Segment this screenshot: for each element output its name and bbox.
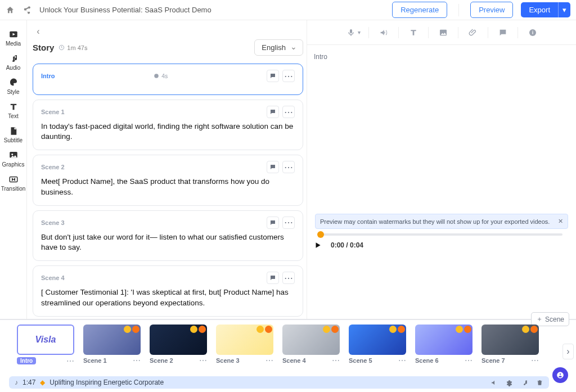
rail-item-media[interactable]: Media xyxy=(0,26,26,50)
music-duration: 1:47 xyxy=(22,379,35,386)
text-overlay-button[interactable] xyxy=(403,25,424,40)
export-dropdown-caret[interactable]: ▾ xyxy=(558,2,570,17)
mic-dropdown-caret[interactable]: ▾ xyxy=(358,29,361,35)
timeline-card-more[interactable]: ⋯ xyxy=(133,358,141,363)
rail-label: Audio xyxy=(6,65,21,71)
timeline-card-more[interactable]: ⋯ xyxy=(266,358,273,363)
music-settings-icon[interactable] xyxy=(506,379,513,386)
scene-more-button[interactable]: ⋯ xyxy=(282,70,295,82)
music-volume-icon[interactable] xyxy=(490,379,498,386)
language-select[interactable]: English xyxy=(254,39,303,56)
timeline-card-label: Scene 3 xyxy=(216,357,240,364)
timeline-card-more[interactable]: ⋯ xyxy=(398,358,406,363)
timeline-card[interactable]: Scene 3⋯ xyxy=(216,325,273,364)
rail-item-text[interactable]: Text xyxy=(0,98,26,123)
close-icon[interactable]: ✕ xyxy=(558,218,563,225)
story-back-button[interactable]: ‹ xyxy=(33,26,44,37)
image-button[interactable] xyxy=(433,25,453,40)
rail-item-graphics[interactable]: Graphics xyxy=(0,147,26,171)
regenerate-button[interactable]: Regenerate xyxy=(392,2,447,18)
scene-card[interactable]: Scene 2 ⋯ Meet[ Product Name], the SaaS … xyxy=(33,155,303,205)
scene-label: Intro xyxy=(41,73,55,79)
timeline-card-intro[interactable]: Visla Intro⋯ xyxy=(17,325,74,364)
rail-label: Subtitle xyxy=(4,137,22,143)
timeline-card[interactable]: Scene 4⋯ xyxy=(282,325,340,364)
preview-canvas[interactable] xyxy=(314,63,569,209)
badge-icon xyxy=(331,326,339,333)
scene-text[interactable]: But don't just take our word for it— lis… xyxy=(41,232,295,253)
timeline-card-more[interactable]: ⋯ xyxy=(199,358,207,363)
scene-comment-button[interactable] xyxy=(267,272,279,284)
scene-comment-button[interactable] xyxy=(267,161,279,173)
timeline-card-label: Scene 7 xyxy=(482,357,505,364)
info-button[interactable] xyxy=(523,25,543,40)
timeline-card[interactable]: Scene 2⋯ xyxy=(150,325,207,364)
playback-thumb[interactable] xyxy=(317,231,324,238)
timeline-card[interactable]: Scene 7⋯ xyxy=(482,325,539,364)
scene-more-button[interactable]: ⋯ xyxy=(282,106,295,118)
graphics-icon xyxy=(8,150,19,160)
scene-card[interactable]: Scene 1 ⋯ In today's fast-paced digital … xyxy=(33,100,303,150)
music-shuffle-icon[interactable] xyxy=(521,379,528,386)
timeline-panel: ＋ Scene Visla Intro⋯ Scene 1⋯ Scene 2⋯ S… xyxy=(0,319,576,392)
music-delete-icon[interactable] xyxy=(536,379,543,386)
scene-comment-button[interactable] xyxy=(267,217,279,229)
rail-item-audio[interactable]: Audio xyxy=(0,50,26,74)
help-chat-button[interactable] xyxy=(552,367,568,383)
scene-more-button[interactable]: ⋯ xyxy=(282,217,295,229)
scene-card[interactable]: Scene 4 ⋯ [ Customer Testimonial 1]: 'I … xyxy=(33,265,303,316)
play-button[interactable] xyxy=(314,241,322,249)
badge-icon xyxy=(389,326,397,333)
add-scene-button[interactable]: ＋ Scene xyxy=(531,312,569,326)
timeline-card-more[interactable]: ⋯ xyxy=(465,358,472,363)
clock-icon xyxy=(154,73,159,79)
badge-icon xyxy=(464,326,471,333)
timeline-card-more[interactable]: ⋯ xyxy=(531,358,539,363)
scene-comment-button[interactable] xyxy=(267,106,279,118)
timeline-card-label: Scene 2 xyxy=(150,357,173,364)
clock-icon xyxy=(58,44,65,51)
timeline-card-more[interactable]: ⋯ xyxy=(66,359,74,363)
share-icon[interactable] xyxy=(22,6,32,15)
scene-text[interactable]: In today's fast-paced digital world, fin… xyxy=(41,121,295,142)
preview-toolbar: ▾ xyxy=(307,20,576,45)
badge-icon xyxy=(265,326,272,333)
scene-more-button[interactable]: ⋯ xyxy=(282,272,295,284)
badge-icon xyxy=(323,326,330,333)
subtitle-icon xyxy=(8,126,19,136)
scene-text[interactable]: Meet[ Product Name], the SaaS product th… xyxy=(41,177,295,197)
timeline-card[interactable]: Scene 6⋯ xyxy=(415,325,472,364)
comment-button[interactable] xyxy=(493,25,513,40)
scene-label: Scene 3 xyxy=(41,219,65,226)
visla-logo: Visla xyxy=(35,335,56,345)
volume-button[interactable] xyxy=(374,25,394,40)
rail-item-transition[interactable]: Transition xyxy=(0,171,26,195)
playback-bar: 0:00 / 0:04 xyxy=(314,233,569,249)
preview-body: Intro Preview may contain watermarks but… xyxy=(307,45,576,319)
rail-item-style[interactable]: Style xyxy=(0,74,26,98)
music-track-name: Uplifting Inspiring Energetic Corporate xyxy=(50,379,164,386)
preview-button[interactable]: Preview xyxy=(470,2,513,18)
timeline-card-more[interactable]: ⋯ xyxy=(332,358,340,363)
music-track-bar[interactable]: ♪ 1:47 ◆ Uplifting Inspiring Energetic C… xyxy=(9,376,549,389)
language-value: English xyxy=(262,43,286,52)
export-button[interactable]: Export xyxy=(521,2,558,17)
timeline-card[interactable]: Scene 1⋯ xyxy=(83,325,141,364)
scene-more-button[interactable]: ⋯ xyxy=(282,161,295,173)
timeline-thumb-row: Visla Intro⋯ Scene 1⋯ Scene 2⋯ Scene 3⋯ … xyxy=(17,325,570,364)
timeline-card[interactable]: Scene 5⋯ xyxy=(349,325,406,364)
scene-card[interactable]: Scene 3 ⋯ But don't just take our word f… xyxy=(33,210,303,261)
rail-item-subtitle[interactable]: Subtitle xyxy=(0,123,26,147)
scene-comment-button[interactable] xyxy=(267,70,279,82)
attachment-button[interactable] xyxy=(463,25,483,40)
scene-card-intro[interactable]: Intro 4s ⋯ xyxy=(33,64,303,95)
scene-text[interactable]: [ Customer Testimonial 1]: 'I was skepti… xyxy=(41,287,295,308)
home-icon[interactable] xyxy=(6,6,15,15)
playback-track[interactable] xyxy=(317,233,562,236)
timeline-next-button[interactable]: › xyxy=(562,344,574,359)
svg-rect-9 xyxy=(532,31,533,34)
story-header: Story 1m 47s English xyxy=(33,39,303,56)
timeline-card-label: Scene 5 xyxy=(349,357,372,364)
project-title[interactable]: Unlock Your Business Potential: SaaS Pro… xyxy=(39,6,384,14)
story-panel: ‹ Story 1m 47s English Intro 4s xyxy=(27,20,307,319)
